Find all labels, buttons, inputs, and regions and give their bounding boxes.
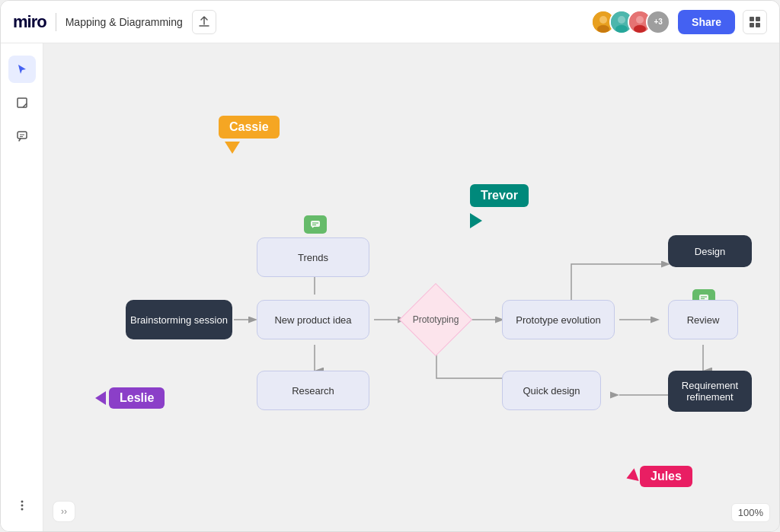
more-tools[interactable] [8,492,36,519]
prototype-evolution-node[interactable]: Prototype evolution [502,300,615,339]
new-product-idea-node[interactable]: New product idea [257,300,369,339]
svg-point-1 [599,16,607,24]
miro-logo: miro [13,12,46,32]
board-view-button[interactable] [743,10,767,34]
design-node[interactable]: Design [668,235,752,267]
prototyping-node[interactable]: Prototyping [404,300,467,339]
cassie-cursor: Cassie [219,116,280,154]
app-container: miro Mapping & Diagramming +3 Share [0,0,780,532]
avatar-count: +3 [646,10,670,34]
svg-rect-9 [750,17,754,21]
svg-point-2 [597,25,609,33]
svg-rect-10 [756,17,760,21]
trevor-arrow-icon [470,213,482,228]
review-node[interactable]: Review [668,300,738,339]
canvas-arrows [43,43,779,531]
quick-design-node[interactable]: Quick design [502,371,601,410]
trevor-cursor: Trevor [470,184,529,228]
board-view-icon [749,16,761,28]
canvas[interactable]: Cassie Trevor Leslie [43,43,779,531]
cursor-tool[interactable] [8,56,36,83]
svg-point-7 [636,16,644,24]
sticky-note-tool[interactable] [8,89,36,116]
zoom-level: 100% [731,503,770,522]
trevor-label: Trevor [470,184,529,207]
trends-node[interactable]: Trends [257,237,369,277]
expand-icon: ›› [61,506,67,517]
brainstorming-node[interactable]: Brainstorming session [126,300,232,339]
avatars: +3 [591,10,670,34]
svg-rect-12 [756,23,760,27]
cassie-arrow-icon [225,142,240,154]
expand-button[interactable]: ›› [53,501,75,522]
research-node[interactable]: Research [257,371,369,410]
requirement-refinement-node[interactable]: Requirement refinement [668,371,752,412]
jules-cursor: Jules [626,466,692,487]
more-icon [21,499,24,511]
svg-point-18 [21,505,23,507]
svg-rect-11 [750,23,754,27]
header-divider [56,13,56,31]
cursor-icon [16,63,28,75]
leslie-arrow-icon [95,391,106,405]
svg-point-5 [615,25,628,33]
share-button[interactable]: Share [678,10,735,34]
upload-button[interactable] [192,10,216,34]
leslie-label: Leslie [109,387,165,409]
header-right: +3 Share [591,10,767,34]
svg-point-4 [618,16,625,24]
comment-tool[interactable] [8,123,36,150]
svg-rect-29 [311,221,320,227]
header: miro Mapping & Diagramming +3 Share [1,1,779,43]
svg-point-17 [21,501,23,503]
comment-icon-trends [304,215,327,234]
board-title: Mapping & Diagramming [66,16,183,28]
svg-point-19 [21,508,23,511]
jules-arrow-icon [624,468,638,485]
jules-label: Jules [640,466,692,487]
comment-icon [16,130,28,142]
leslie-cursor: Leslie [95,387,165,409]
svg-point-8 [634,25,646,33]
main-area: Cassie Trevor Leslie [1,43,779,531]
left-toolbar [1,43,43,531]
upload-icon [198,16,210,28]
sticky-note-icon [16,97,28,109]
cassie-label: Cassie [219,116,280,139]
svg-rect-13 [18,98,27,107]
